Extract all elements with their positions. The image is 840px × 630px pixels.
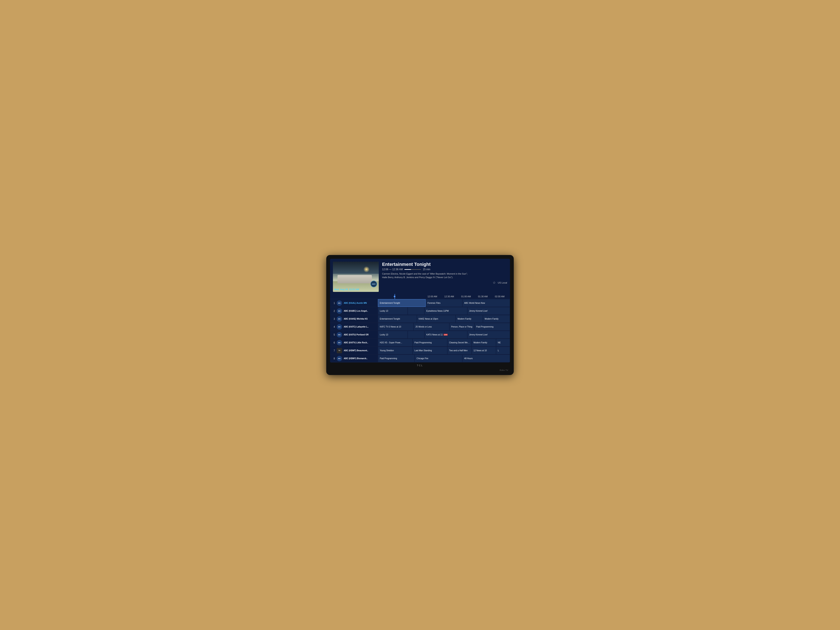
guide-rows: 1abcABC (KAAL) Austin MNEntertainment To… — [330, 299, 510, 363]
show-tag: US Local — [498, 281, 507, 284]
channel-number: 8 — [332, 357, 335, 360]
programs-col: Paid ProgrammingChicago Fire48 Hours — [378, 355, 510, 362]
guide-row: 4abcABC (KATC) Lafayette L..KATC TV-3 Ne… — [330, 323, 510, 331]
channel-logo: abc — [337, 356, 342, 361]
channel-number: 6 — [332, 341, 335, 344]
time-header: 12:00 AM 12:30 AM 01:00 AM 01:30 AM 02:0… — [330, 294, 510, 299]
roku-label: Roku TV — [500, 369, 508, 371]
guide-row: 8abcABC (KBMY) Bismarck..Paid Programmin… — [330, 355, 510, 363]
program-cell[interactable]: Entertainment Tonight — [378, 299, 426, 307]
program-cell[interactable]: Lucky 13 — [378, 331, 408, 338]
program-cell[interactable]: 48 Hours — [462, 355, 510, 362]
guide-row: 2abcABC (KABC) Los Angel..Lucky 13Eyewit… — [330, 307, 510, 315]
show-description: Carmen Electra, Nicole Eggert and the ca… — [382, 272, 470, 279]
program-cell[interactable] — [408, 331, 425, 338]
program-cell[interactable]: L — [496, 347, 510, 354]
tv-guide: 12:00 AM 12:30 AM 01:00 AM 01:30 AM 02:0… — [330, 294, 510, 363]
program-cell[interactable]: Paid Programming — [474, 323, 510, 331]
program-cell[interactable]: Paid Programming — [412, 339, 447, 346]
preview-date: Wed, Aug 28, 12:21 AM — [334, 288, 377, 291]
channel-logo: abc — [337, 332, 342, 338]
time-indicator-line — [395, 294, 395, 299]
channel-number: 5 — [332, 333, 335, 336]
programs-col: Lucky 13KATU News at 11LiveJimmy Kimmel … — [378, 331, 510, 338]
channel-col-0[interactable]: 1abcABC (KAAL) Austin MN — [330, 299, 378, 307]
guide-row: 1abcABC (KAAL) Austin MNEntertainment To… — [330, 299, 510, 307]
program-cell[interactable]: Young Sheldon — [378, 347, 412, 354]
preview-thumbnail: Wed, Aug 28, 12:21 AM AWC — [333, 262, 379, 292]
favorite-icon[interactable]: ☆ — [493, 281, 496, 284]
channel-col-5[interactable]: 6abcABC (KATV) Little Rock.. — [330, 339, 378, 346]
programs-col: Entertainment TonightForensic FilesABC W… — [378, 299, 510, 307]
channel-name: ABC (KABC) Los Angel.. — [344, 309, 368, 312]
program-cell[interactable]: Chicago Fire — [415, 355, 462, 362]
programs-col: Entertainment TonightKAKE News at 10pmMo… — [378, 315, 510, 323]
channel-logo: abc — [337, 308, 342, 314]
program-cell[interactable]: H2O X5 - Super Powe... — [378, 339, 412, 346]
tv-screen: Wed, Aug 28, 12:21 AM AWC Entertainment … — [330, 259, 510, 363]
channel-logo-preview: AWC — [370, 281, 377, 287]
program-cell[interactable]: Person, Place or Thing — [449, 323, 474, 331]
channel-number: 4 — [332, 325, 335, 328]
channel-logo: abc — [337, 340, 342, 346]
channel-number: 2 — [332, 309, 335, 313]
channel-name: ABC (KBMT) Beaumont.. — [344, 349, 368, 352]
program-cell[interactable]: Paid Programming — [378, 355, 415, 362]
channel-name: ABC (KATC) Lafayette L.. — [344, 325, 368, 328]
program-cell[interactable]: Modern Family — [456, 315, 483, 323]
time-slot-2: 01:00 AM — [459, 294, 477, 299]
channel-name: ABC (KAKE) Wichita KS — [344, 317, 368, 320]
channel-name: ABC (KAAL) Austin MN — [344, 302, 367, 305]
program-cell[interactable]: 12 News at 10 — [472, 347, 496, 354]
channel-name: ABC (KATU) Portland OR — [344, 333, 368, 336]
channel-number: 1 — [332, 302, 335, 305]
info-panel: Wed, Aug 28, 12:21 AM AWC Entertainment … — [330, 259, 510, 294]
programs-col: H2O X5 - Super Powe...Paid ProgrammingCl… — [378, 339, 510, 346]
program-cell[interactable]: Cleaning Secret Wea... — [447, 339, 472, 346]
programs-col: KATC TV-3 News at 1025 Words or LessPers… — [378, 323, 510, 331]
guide-row: 7TVABC (KBMT) Beaumont..Young SheldonLas… — [330, 347, 510, 355]
channel-col-2[interactable]: 3abcABC (KAKE) Wichita KS — [330, 315, 378, 323]
program-cell[interactable]: Modern Family — [483, 315, 510, 323]
channel-logo: abc — [337, 324, 342, 330]
channel-number: 3 — [332, 317, 335, 321]
time-slot-3: 01:30 AM — [476, 294, 493, 299]
time-slot-1: 12:30 AM — [443, 294, 459, 299]
program-cell[interactable]: KATC TV-3 News at 10 — [378, 323, 414, 331]
program-cell[interactable]: 25 Words or Less — [414, 323, 449, 331]
program-cell[interactable]: ABC World News Now — [462, 299, 510, 307]
program-cell[interactable] — [408, 307, 425, 315]
program-cell[interactable]: Forensic Files — [426, 299, 462, 307]
channel-name: ABC (KATV) Little Rock.. — [344, 341, 368, 344]
program-cell[interactable]: Last Man Standing — [412, 347, 447, 354]
programs-col: Lucky 13Eyewitness News 11PMJimmy Kimmel… — [378, 307, 510, 315]
program-cell[interactable]: Jimmy Kimmel Live! — [467, 331, 510, 338]
program-cell[interactable]: Two and a Half Men — [447, 347, 472, 354]
program-cell[interactable]: NE — [496, 339, 510, 346]
program-cell[interactable]: Entertainment Tonight — [378, 315, 417, 323]
tv-frame: Wed, Aug 28, 12:21 AM AWC Entertainment … — [326, 255, 514, 375]
live-badge: Live — [444, 334, 448, 336]
program-cell[interactable]: Modern Family — [472, 339, 496, 346]
time-slot-0: 12:00 AM — [426, 294, 443, 299]
time-slot-4: 02:00 AM — [493, 294, 510, 299]
program-cell[interactable]: KATU News at 11Live — [425, 331, 467, 338]
guide-row: 6abcABC (KATV) Little Rock..H2O X5 - Sup… — [330, 339, 510, 347]
channel-col-1[interactable]: 2abcABC (KABC) Los Angel.. — [330, 307, 378, 315]
program-cell[interactable]: Eyewitness News 11PM — [425, 307, 467, 315]
program-cell[interactable]: Lucky 13 — [378, 307, 408, 315]
channel-number: 7 — [332, 349, 335, 352]
program-cell[interactable]: KAKE News at 10pm — [417, 315, 456, 323]
tv-brand: TCL — [330, 364, 510, 367]
guide-row: 3abcABC (KAKE) Wichita KSEntertainment T… — [330, 315, 510, 323]
program-cell[interactable]: Jimmy Kimmel Live! — [467, 307, 510, 315]
show-title: Entertainment Tonight — [382, 262, 507, 267]
channel-col-7[interactable]: 8abcABC (KBMY) Bismarck.. — [330, 355, 378, 362]
channel-col-3[interactable]: 4abcABC (KATC) Lafayette L.. — [330, 323, 378, 331]
show-time: 12:06 — 12:36 AM 15 min — [382, 268, 507, 271]
show-meta: ☆ US Local — [382, 281, 507, 284]
guide-row: 5abcABC (KATU) Portland ORLucky 13KATU N… — [330, 331, 510, 339]
time-col-spacer — [378, 294, 426, 299]
channel-col-4[interactable]: 5abcABC (KATU) Portland OR — [330, 331, 378, 338]
channel-col-6[interactable]: 7TVABC (KBMT) Beaumont.. — [330, 347, 378, 354]
